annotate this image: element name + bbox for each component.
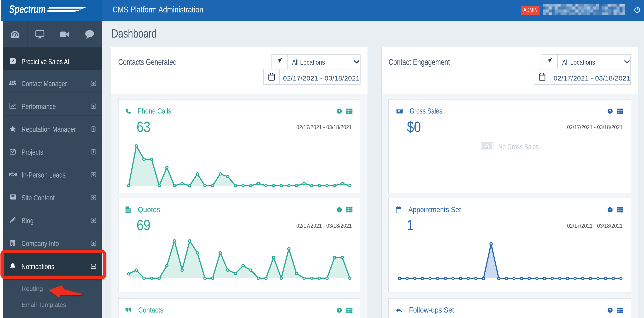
svg-text:1: 1 [398, 110, 400, 112]
svg-text:?: ? [609, 109, 611, 113]
svg-text:1: 1 [486, 144, 488, 149]
svg-text:?: ? [338, 308, 340, 312]
svg-text:?: ? [609, 308, 611, 312]
